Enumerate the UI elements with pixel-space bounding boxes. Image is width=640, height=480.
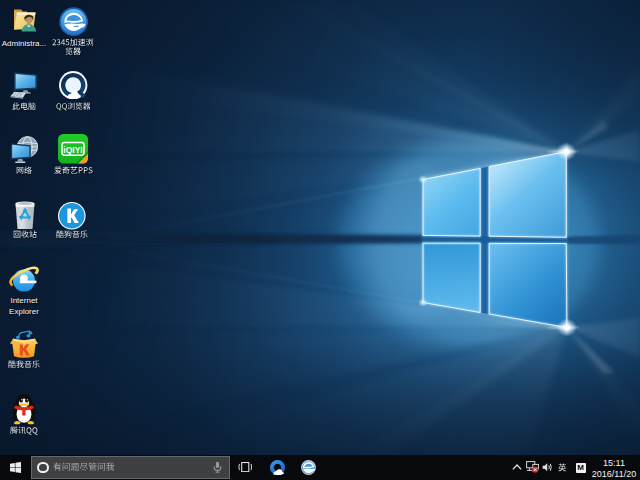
svg-text:iQIYI: iQIYI: [63, 145, 82, 155]
